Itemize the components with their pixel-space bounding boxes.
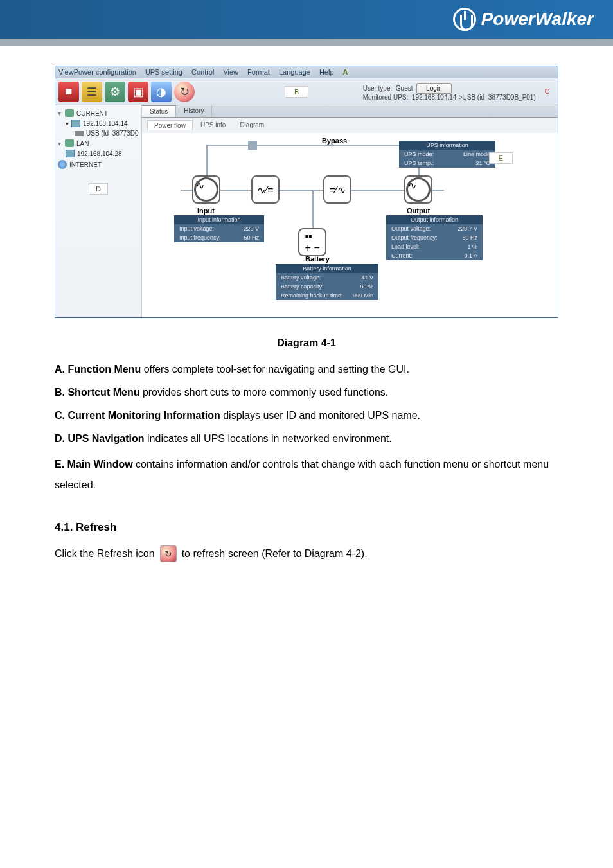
description-d: D. UPS Navigation indicates all UPS loca… <box>55 431 558 447</box>
batt-volt-value: 41 V <box>361 274 373 281</box>
tree-label-ip2: 192.168.104.28 <box>77 150 122 157</box>
main-window: Status History Power flow UPS info Diagr… <box>142 105 558 317</box>
refresh-pre: Click the Refresh icon <box>55 548 155 560</box>
shortcut-icon-5[interactable]: ◑ <box>151 82 172 102</box>
input-freq-label: Input frequency: <box>179 235 221 241</box>
menu-format[interactable]: Format <box>247 68 270 76</box>
menu-viewpower-config[interactable]: ViewPower configuration <box>58 68 136 76</box>
tree-label-internet: INTERNET <box>69 161 102 168</box>
sine-icon: ∿ <box>194 177 218 202</box>
batt-cap-label: Battery capacity: <box>281 283 324 290</box>
batt-time-label: Remaining backup time: <box>281 292 343 299</box>
power-icon <box>453 8 476 31</box>
ups-temp-value: 21 °C <box>475 160 490 166</box>
ups-navigation: CURRENT ▾ 192.168.104.14 USB (Id=38773D0… <box>55 105 142 317</box>
description-a: A. Function Menu offers complete tool-se… <box>55 362 558 377</box>
marker-d: D <box>89 183 108 195</box>
shortcut-icon-2[interactable]: ☰ <box>82 82 102 102</box>
menu-help[interactable]: Help <box>319 68 334 76</box>
toolbar: ■ ☰ ⚙ ▣ ◑ ↻ B User type: Guest Login Mon… <box>55 78 558 105</box>
input-information-panel: Input information Input voltage:229 V In… <box>174 215 264 242</box>
input-title: Input <box>197 207 215 215</box>
shortcut-icon-1[interactable]: ■ <box>58 82 79 102</box>
description-b: B. Shortcut Menu provides short cuts to … <box>55 385 558 400</box>
login-button[interactable]: Login <box>416 83 451 94</box>
panel-header: Input information <box>174 215 264 224</box>
output-title: Output <box>407 207 430 215</box>
subtab-diagram[interactable]: Diagram <box>233 120 271 130</box>
tree-label-usb: USB (Id=38773D0 <box>86 130 138 137</box>
shortcut-icons: ■ ☰ ⚙ ▣ ◑ ↻ <box>58 82 195 102</box>
sub-tabs: Power flow UPS info Diagram <box>142 118 558 133</box>
input-freq-value: 50 Hz <box>244 235 259 241</box>
ups-temp-label: UPS temp.: <box>404 160 434 166</box>
description-c: C. Current Monitoring Information displa… <box>55 408 558 423</box>
battery-information-panel: Battery information Battery voltage:41 V… <box>276 264 378 300</box>
output-freq-label: Output frequency: <box>391 235 438 241</box>
subtab-ups-info[interactable]: UPS info <box>194 120 232 130</box>
flow-block-small <box>248 141 257 150</box>
header-divider <box>0 39 613 46</box>
tree-ip1[interactable]: ▾ 192.168.104.14 <box>55 118 141 128</box>
menu-view[interactable]: View <box>223 68 238 76</box>
folder-icon <box>65 109 74 117</box>
tree-label-lan: LAN <box>76 140 89 147</box>
battery-block: ▪▪+ − <box>298 228 326 256</box>
pc-icon <box>66 150 75 157</box>
output-volt-value: 229.7 V <box>458 226 477 232</box>
current-value: 0.1 A <box>464 252 477 259</box>
main-tabs: Status History <box>142 105 558 118</box>
ups-mode-label: UPS mode: <box>404 151 434 157</box>
input-volt-value: 229 V <box>244 226 259 232</box>
tree-lan[interactable]: LAN <box>55 138 141 148</box>
menu-control[interactable]: Control <box>191 68 214 76</box>
tab-history[interactable]: History <box>176 105 212 117</box>
usb-icon <box>75 131 84 136</box>
menu-bar: ViewPower configuration UPS setting Cont… <box>55 66 558 78</box>
batt-cap-value: 90 % <box>360 283 373 290</box>
refresh-instruction: Click the Refresh icon to refresh screen… <box>55 545 558 562</box>
tree-usb[interactable]: USB (Id=38773D0 <box>55 128 141 138</box>
load-value: 1 % <box>467 244 477 250</box>
tree-label-ip1: 192.168.104.14 <box>83 120 128 127</box>
monitored-ups-label: Monitored UPS: <box>363 94 409 101</box>
tree-internet[interactable]: INTERNET <box>55 159 141 170</box>
power-flow-diagram: Bypass ∿ ∿⁄= =⁄∿ ∿ ▪▪+ − Inp <box>142 133 558 306</box>
refresh-post: to refresh screen (Refer to Diagram 4-2)… <box>182 548 368 560</box>
tree-ip2[interactable]: 192.168.104.28 <box>55 148 141 159</box>
globe-icon <box>58 160 67 169</box>
shortcut-icon-3[interactable]: ⚙ <box>105 82 125 102</box>
input-volt-label: Input voltage: <box>179 226 214 232</box>
current-label: Current: <box>391 252 413 259</box>
menu-ups-setting[interactable]: UPS setting <box>145 68 182 76</box>
panel-header: UPS information <box>399 141 495 150</box>
rectifier-block: ∿⁄= <box>251 175 280 204</box>
tab-status[interactable]: Status <box>142 105 176 117</box>
section-heading: 4.1. Refresh <box>55 521 558 534</box>
shortcut-icon-4[interactable]: ▣ <box>128 82 148 102</box>
folder-icon <box>65 139 74 147</box>
menu-language[interactable]: Language <box>279 68 310 76</box>
inverter-block: =⁄∿ <box>323 175 351 204</box>
user-type-label: User type: <box>363 85 393 92</box>
bypass-label: Bypass <box>322 137 347 145</box>
brand-logo: PowerWalker <box>453 8 594 31</box>
input-block: ∿ <box>192 175 220 204</box>
sine-icon: ∿ <box>406 177 431 202</box>
marker-c: C <box>540 88 555 95</box>
output-volt-label: Output voltage: <box>391 226 431 232</box>
pc-icon <box>71 120 80 127</box>
output-block: ∿ <box>404 175 432 204</box>
output-freq-value: 50 Hz <box>462 235 477 241</box>
marker-a: A <box>343 68 348 76</box>
flow-line <box>206 145 418 146</box>
ups-mode-value: Line mode <box>463 151 490 157</box>
tree-label-current: CURRENT <box>76 110 108 117</box>
batt-volt-label: Battery voltage: <box>281 274 321 281</box>
description-e: E. Main Window contains information and/… <box>55 454 558 495</box>
refresh-icon[interactable]: ↻ <box>174 82 195 102</box>
page-header: PowerWalker <box>0 0 613 39</box>
ups-information-panel: UPS information UPS mode:Line mode UPS t… <box>399 141 495 168</box>
subtab-power-flow[interactable]: Power flow <box>147 120 193 130</box>
tree-current[interactable]: CURRENT <box>55 108 141 118</box>
